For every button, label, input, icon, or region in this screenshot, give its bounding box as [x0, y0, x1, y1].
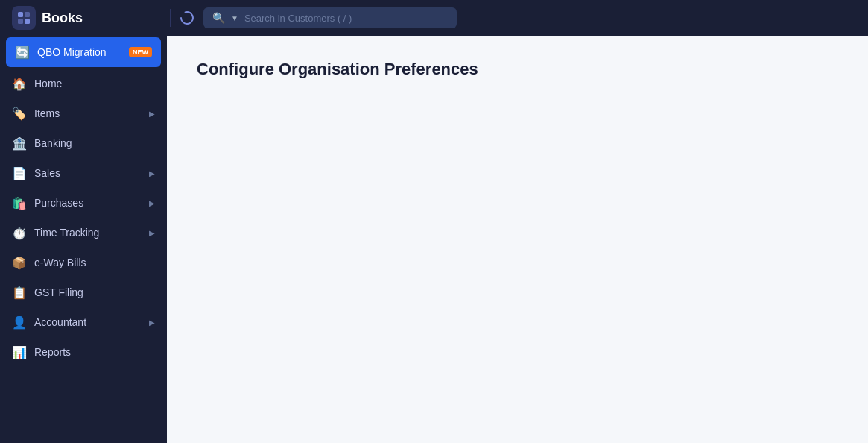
accountant-icon: 👤 [12, 315, 27, 330]
svg-rect-2 [18, 19, 23, 24]
sidebar-arrow-purchases: ▶ [149, 199, 155, 207]
app-logo: Books [12, 6, 161, 30]
search-icon: 🔍 [212, 12, 225, 24]
page-title: Configure Organisation Preferences [197, 60, 838, 79]
search-input[interactable] [244, 13, 448, 24]
sidebar-label-accountant: Accountant [34, 316, 142, 328]
qbo-migration-icon: 🔄 [15, 45, 30, 60]
sidebar-label-time-tracking: Time Tracking [34, 227, 142, 239]
topbar: Books 🔍 ▼ [0, 0, 868, 36]
svg-rect-0 [18, 12, 23, 17]
svg-point-4 [181, 12, 193, 24]
sidebar-arrow-accountant: ▶ [149, 318, 155, 327]
sidebar-item-sales[interactable]: 📄Sales▶ [0, 158, 167, 188]
items-icon: 🏷️ [12, 106, 27, 121]
home-icon: 🏠 [12, 76, 27, 91]
app-name: Books [42, 10, 83, 26]
sidebar-badge-qbo-migration: NEW [129, 47, 152, 57]
sidebar-label-gst-filing: GST Filing [34, 286, 155, 298]
sidebar-item-gst-filing[interactable]: 📋GST Filing [0, 277, 167, 307]
sidebar: 🔄QBO MigrationNEW🏠Home🏷️Items▶🏦Banking📄S… [0, 36, 167, 443]
sidebar-label-banking: Banking [34, 137, 155, 149]
sidebar-item-time-tracking[interactable]: ⏱️Time Tracking▶ [0, 218, 167, 248]
time-tracking-icon: ⏱️ [12, 225, 27, 240]
gst-filing-icon: 📋 [12, 285, 27, 300]
svg-rect-1 [25, 12, 30, 17]
sidebar-arrow-items: ▶ [149, 110, 155, 118]
sidebar-item-reports[interactable]: 📊Reports [0, 337, 167, 367]
sidebar-item-banking[interactable]: 🏦Banking [0, 128, 167, 158]
sales-icon: 📄 [12, 166, 27, 180]
topbar-divider [170, 9, 171, 27]
main-content: Configure Organisation Preferences [167, 36, 868, 443]
sidebar-arrow-sales: ▶ [149, 169, 155, 177]
sidebar-label-e-way-bills: e-Way Bills [34, 257, 155, 268]
sidebar-item-purchases[interactable]: 🛍️Purchases▶ [0, 188, 167, 218]
sidebar-item-accountant[interactable]: 👤Accountant▶ [0, 307, 167, 337]
sidebar-label-home: Home [34, 78, 155, 89]
search-bar[interactable]: 🔍 ▼ [203, 7, 457, 28]
sidebar-item-home[interactable]: 🏠Home [0, 69, 167, 98]
sidebar-arrow-time-tracking: ▶ [149, 229, 155, 237]
sidebar-label-items: Items [34, 107, 142, 119]
sidebar-label-qbo-migration: QBO Migration [37, 46, 118, 58]
sidebar-item-qbo-migration[interactable]: 🔄QBO MigrationNEW [6, 37, 161, 67]
sidebar-label-reports: Reports [34, 346, 155, 358]
main-layout: 🔄QBO MigrationNEW🏠Home🏷️Items▶🏦Banking📄S… [0, 36, 868, 443]
purchases-icon: 🛍️ [12, 195, 27, 210]
sidebar-item-items[interactable]: 🏷️Items▶ [0, 98, 167, 128]
search-dropdown-arrow[interactable]: ▼ [231, 14, 238, 22]
app-logo-icon [12, 6, 36, 30]
sidebar-label-sales: Sales [34, 167, 142, 179]
banking-icon: 🏦 [12, 136, 27, 151]
svg-rect-3 [25, 19, 30, 24]
topbar-loader [180, 10, 194, 25]
e-way-bills-icon: 📦 [12, 255, 27, 270]
reports-icon: 📊 [12, 345, 27, 359]
sidebar-label-purchases: Purchases [34, 197, 142, 209]
sidebar-item-e-way-bills[interactable]: 📦e-Way Bills [0, 248, 167, 277]
